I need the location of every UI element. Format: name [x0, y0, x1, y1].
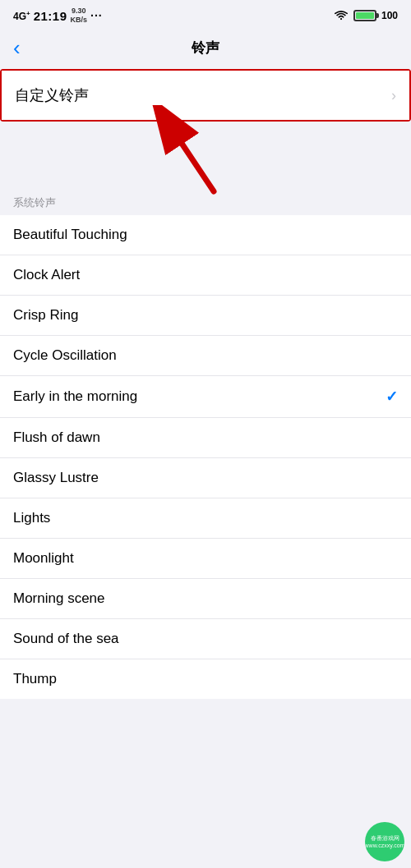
arrow-container	[0, 122, 411, 187]
watermark-text: 春番游戏网 www.czxxy.com	[365, 833, 404, 851]
ringtone-name: Glassy Lustre	[13, 470, 99, 486]
svg-line-1	[173, 130, 214, 191]
battery-box	[353, 10, 376, 21]
nav-bar: ‹ 铃声	[0, 30, 411, 66]
ringtone-item[interactable]: Clock Alert	[0, 255, 411, 296]
ringtone-item[interactable]: Morning scene	[0, 579, 411, 619]
ringtone-item[interactable]: Flush of dawn	[0, 418, 411, 458]
ringtone-name: Moonlight	[13, 550, 74, 567]
status-left: 4G+ 21:19 9.30 KB/s ···	[13, 7, 103, 25]
status-bar: 4G+ 21:19 9.30 KB/s ··· 100	[0, 0, 411, 30]
ringtone-name: Cycle Oscillation	[13, 347, 117, 364]
network-type: 4G+	[13, 10, 30, 22]
watermark: 春番游戏网 www.czxxy.com	[365, 822, 404, 861]
ringtone-item[interactable]: Lights	[0, 498, 411, 539]
ringtone-item[interactable]: Crisp Ring	[0, 296, 411, 336]
data-speed: 9.30 KB/s	[71, 7, 88, 25]
page-title: 铃声	[192, 39, 219, 57]
section-header: 系统铃声	[0, 187, 411, 215]
ringtone-name: Beautiful Touching	[13, 227, 127, 243]
status-right: 100	[334, 10, 398, 21]
ringtone-item[interactable]: Glassy Lustre	[0, 458, 411, 498]
custom-ringtone-section: 自定义铃声 ›	[0, 69, 411, 122]
back-button[interactable]: ‹	[13, 35, 21, 61]
ringtone-item[interactable]: Cycle Oscillation	[0, 336, 411, 376]
ringtone-item[interactable]: Early in the morning✓	[0, 376, 411, 418]
ringtone-name: Morning scene	[13, 590, 105, 607]
battery-indicator: 100	[353, 10, 398, 21]
custom-ringtone-label: 自定义铃声	[15, 85, 89, 105]
ringtone-name: Flush of dawn	[13, 429, 100, 446]
dots: ···	[90, 9, 103, 22]
status-time: 21:19	[34, 9, 67, 23]
ringtone-item[interactable]: Moonlight	[0, 539, 411, 579]
custom-ringtone-item[interactable]: 自定义铃声 ›	[2, 71, 409, 120]
ringtone-name: Clock Alert	[13, 267, 80, 283]
chevron-right-icon: ›	[391, 87, 396, 104]
selected-checkmark: ✓	[386, 388, 398, 406]
ringtone-name: Sound of the sea	[13, 631, 119, 647]
ringtone-name: Thump	[13, 671, 57, 687]
ringtone-item[interactable]: Thump	[0, 659, 411, 699]
battery-fill	[356, 12, 374, 19]
ringtone-name: Crisp Ring	[13, 307, 78, 324]
battery-percent: 100	[381, 10, 398, 21]
ringtone-item[interactable]: Beautiful Touching	[0, 215, 411, 255]
ringtone-item[interactable]: Sound of the sea	[0, 619, 411, 659]
ringtone-name: Lights	[13, 510, 50, 526]
ringtone-name: Early in the morning	[13, 388, 137, 405]
ringtone-list: Beautiful TouchingClock AlertCrisp RingC…	[0, 215, 411, 699]
wifi-icon	[334, 10, 349, 21]
